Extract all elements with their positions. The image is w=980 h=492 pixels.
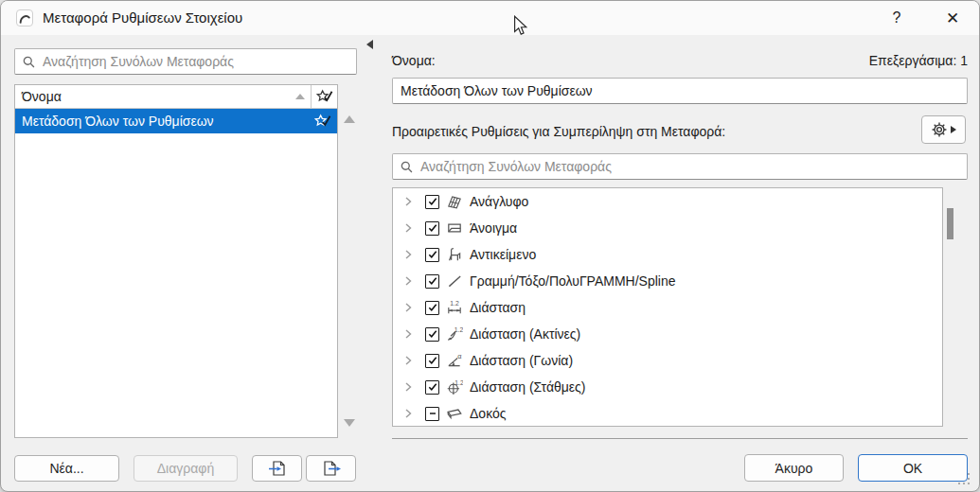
tree-row[interactable]: Ανάγλυφο <box>393 188 942 215</box>
line-icon <box>446 272 463 290</box>
expand-chevron-icon[interactable] <box>401 406 416 421</box>
transfer-element-settings-dialog: Μεταφορά Ρυθμίσεων Στοιχείου ? ✕ Όνομα Μ… <box>0 0 980 492</box>
favorite-icon[interactable] <box>309 114 337 129</box>
new-transfer-set-button[interactable]: Νέα... <box>14 455 119 482</box>
svg-text:1.2: 1.2 <box>454 379 463 386</box>
object-icon <box>446 246 463 263</box>
tree-item-label: Δοκός <box>470 406 507 421</box>
tree-item-checkbox[interactable] <box>425 248 439 262</box>
settings-search <box>392 153 968 180</box>
scroll-down-icon[interactable] <box>344 419 355 427</box>
expand-chevron-icon[interactable] <box>401 326 416 342</box>
tree-item-checkbox[interactable] <box>425 221 439 236</box>
tree-item-checkbox[interactable] <box>425 407 439 421</box>
tree-row[interactable]: Αντικείμενο <box>393 241 942 268</box>
tree-row[interactable]: Άνοιγμα <box>393 215 942 241</box>
delete-transfer-set-button[interactable]: Διαγραφή <box>134 455 238 482</box>
transfer-set-search <box>14 48 357 75</box>
gear-icon <box>931 121 948 138</box>
settings-tree: Ανάγλυφο Άνοιγμα Αντικείμενο Γραμμή/Τόξο… <box>392 187 943 427</box>
close-button[interactable]: ✕ <box>936 1 969 35</box>
tree-item-checkbox[interactable] <box>425 380 439 395</box>
titlebar[interactable]: Μεταφορά Ρυθμίσεων Στοιχείου ? ✕ <box>1 1 979 35</box>
tree-row[interactable]: 1.2 Διάσταση (Ακτίνες) <box>393 321 942 347</box>
expand-chevron-icon[interactable] <box>401 300 416 315</box>
mesh-icon <box>446 193 463 210</box>
angle-dimension-icon: α <box>446 352 463 369</box>
level-dimension-icon: 1.2 <box>446 378 463 395</box>
tree-row[interactable]: 1.2 Διάσταση <box>393 294 942 321</box>
expand-chevron-icon[interactable] <box>401 247 416 262</box>
svg-text:1.2: 1.2 <box>454 326 463 333</box>
tree-item-label: Άνοιγμα <box>470 220 517 236</box>
tree-item-label: Γραμμή/Τόξο/ΠολυΓΡΑΜΜΗ/Spline <box>470 273 676 289</box>
transfer-set-search-input[interactable] <box>15 49 356 74</box>
scroll-up-icon[interactable] <box>344 115 355 123</box>
name-label: Όνομα: <box>392 53 436 68</box>
dimension-icon: 1.2 <box>446 299 463 316</box>
tree-item-checkbox[interactable] <box>425 327 439 342</box>
tree-item-label: Ανάγλυφο <box>470 194 528 209</box>
tree-scrollbar[interactable] <box>947 208 953 239</box>
cancel-button[interactable]: Άκυρο <box>744 454 844 482</box>
flyout-arrow-icon <box>951 126 956 133</box>
tree-item-label: Διάσταση (Ακτίνες) <box>470 326 580 342</box>
tree-row[interactable]: 1.2 Διάσταση (Στάθμες) <box>393 374 942 400</box>
editable-count-label: Επεξεργάσιμα: 1 <box>664 53 968 68</box>
list-header-row[interactable]: Όνομα <box>15 85 337 109</box>
help-button[interactable]: ? <box>883 1 910 35</box>
transfer-sets-list: Όνομα Μετάδοση Όλων των Ρυθμίσεων <box>14 84 338 438</box>
tree-item-checkbox[interactable] <box>425 301 439 315</box>
export-transfer-set-button[interactable] <box>306 455 356 482</box>
resize-grip[interactable] <box>960 475 971 486</box>
settings-menu-button[interactable] <box>921 115 966 144</box>
ok-button[interactable]: OK <box>858 454 968 482</box>
tree-item-label: Διάσταση <box>470 300 526 315</box>
tree-item-label: Αντικείμενο <box>470 247 536 262</box>
svg-text:α: α <box>457 352 462 360</box>
collapse-panel-icon[interactable] <box>366 40 373 49</box>
footer-divider <box>392 438 968 439</box>
tree-item-checkbox[interactable] <box>425 354 439 368</box>
import-icon <box>267 460 288 477</box>
expand-chevron-icon[interactable] <box>401 379 416 395</box>
archicad-logo-icon <box>16 9 33 26</box>
column-header-name[interactable]: Όνομα <box>15 89 295 104</box>
settings-search-input[interactable] <box>393 154 967 179</box>
opening-icon <box>446 220 463 237</box>
expand-chevron-icon[interactable] <box>401 273 416 289</box>
expand-chevron-icon[interactable] <box>401 353 416 368</box>
tree-row[interactable]: α Διάσταση (Γωνία) <box>393 347 942 374</box>
transfer-set-row[interactable]: Μετάδοση Όλων των Ρυθμίσεων <box>15 109 337 133</box>
expand-chevron-icon[interactable] <box>401 220 416 236</box>
expand-chevron-icon[interactable] <box>401 194 416 209</box>
transfer-set-name-input[interactable] <box>392 78 968 104</box>
svg-text:1.2: 1.2 <box>450 300 459 307</box>
tree-item-label: Διάσταση (Γωνία) <box>470 353 573 368</box>
export-icon <box>321 460 342 477</box>
tree-row[interactable]: Γραμμή/Τόξο/ΠολυΓΡΑΜΜΗ/Spline <box>393 268 942 294</box>
optional-settings-label: Προαιρετικές Ρυθμίσεις για Συμπερίληψη σ… <box>392 124 725 139</box>
window-title: Μεταφορά Ρυθμίσεων Στοιχείου <box>43 1 242 35</box>
tree-row[interactable]: Δοκός <box>393 400 942 427</box>
radial-dimension-icon: 1.2 <box>446 325 463 343</box>
tree-item-checkbox[interactable] <box>425 274 439 289</box>
tree-item-label: Διάσταση (Στάθμες) <box>470 379 586 395</box>
import-transfer-set-button[interactable] <box>252 455 302 482</box>
beam-icon <box>446 405 463 422</box>
sort-ascending-icon <box>295 94 305 99</box>
tree-item-checkbox[interactable] <box>425 195 439 209</box>
transfer-set-name: Μετάδοση Όλων των Ρυθμίσεων <box>15 114 309 129</box>
favorite-column-icon[interactable] <box>311 85 337 108</box>
